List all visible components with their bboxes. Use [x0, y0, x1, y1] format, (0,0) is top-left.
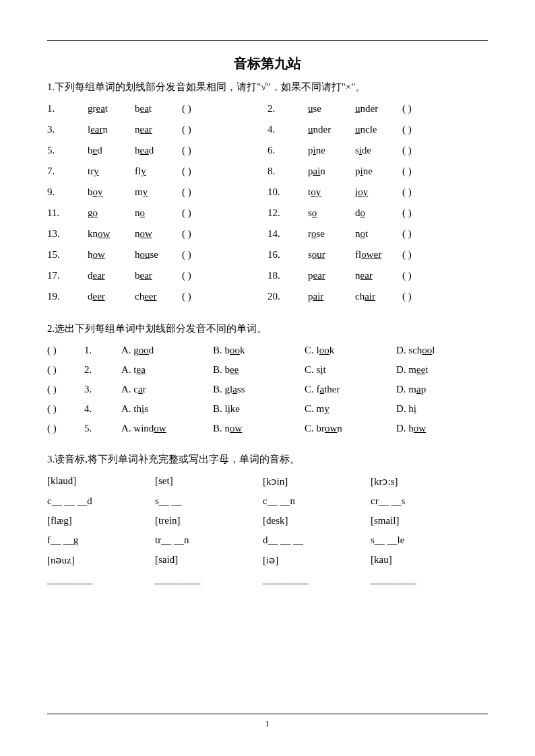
answer-paren: ( ) [182, 166, 222, 177]
sec2-row: ( )5.A. windowB. nowC. brownD. how [47, 423, 488, 434]
word1: know [88, 228, 135, 240]
answer-paren: ( ) [402, 124, 443, 135]
word2: my [135, 186, 182, 198]
word1: pine [308, 145, 355, 156]
word1: boy [88, 186, 135, 198]
sec3-row: [nəuz][said][iə][kau] [47, 554, 488, 566]
sec1-row: 17.dearbear( )18.pearnear( ) [47, 270, 488, 281]
item-number: 4. [84, 403, 121, 415]
section1-body: 1.greatbeat( )2.useunder( )3.learnnear( … [47, 103, 488, 302]
footer-rule [47, 714, 488, 714]
top-rule [47, 40, 488, 41]
sec3-cell: _________ [263, 574, 371, 586]
sec3-cell: c__ __ __d [47, 495, 155, 507]
item-number: 13. [47, 228, 88, 240]
item-number: 4. [268, 124, 308, 135]
sec3-cell: [kau] [371, 554, 478, 566]
section2: 2.选出下列每组单词中划线部分发音不同的单词。 ( )1.A. goodB. b… [47, 322, 488, 434]
word2: under [355, 103, 402, 114]
word2: bear [135, 270, 182, 281]
sec1-row: 19.deercheer( )20.pairchair( ) [47, 291, 488, 302]
answer-paren: ( ) [402, 249, 443, 261]
word1: dear [88, 270, 135, 281]
answer-paren: ( ) [402, 270, 443, 281]
sec3-cell: [set] [155, 475, 263, 487]
sec1-row: 5.bedhead( )6.pineside( ) [47, 145, 488, 156]
option: A. this [121, 403, 213, 415]
item-number: 10. [268, 186, 308, 198]
answer-paren: ( ) [47, 345, 84, 356]
sec3-cell: _________ [371, 574, 478, 586]
item-number: 20. [268, 291, 308, 302]
answer-paren: ( ) [402, 103, 443, 114]
word2: fly [135, 166, 182, 177]
page-title: 音标第九站 [47, 55, 488, 73]
word1: deer [88, 291, 135, 302]
word2: cheer [135, 291, 182, 302]
option: A. good [121, 345, 213, 356]
answer-paren: ( ) [47, 403, 84, 415]
option: C. my [305, 403, 396, 415]
answer-paren: ( ) [182, 249, 222, 261]
word1: pair [308, 291, 355, 302]
option: C. father [305, 384, 396, 395]
answer-paren: ( ) [47, 384, 84, 395]
item-number: 8. [268, 166, 308, 177]
answer-paren: ( ) [402, 166, 443, 177]
sec1-row: 11.gono( )12.sodo( ) [47, 207, 488, 219]
word2: house [135, 249, 182, 261]
sec2-row: ( )1.A. goodB. bookC. lookD. school [47, 345, 488, 356]
answer-paren: ( ) [182, 145, 222, 156]
sec1-row: 13.knownow( )14.rosenot( ) [47, 228, 488, 240]
option: D. how [396, 423, 488, 434]
answer-paren: ( ) [182, 103, 222, 114]
section2-instruction: 2.选出下列每组单词中划线部分发音不同的单词。 [47, 322, 488, 335]
page-number: 1 [265, 718, 270, 728]
section3-instruction: 3.读音标,将下列单词补充完整或写出字母，单词的音标。 [47, 453, 488, 466]
item-number: 19. [47, 291, 88, 302]
sec1-row: 7.tryfly( )8.painpine( ) [47, 166, 488, 177]
word2: head [135, 145, 182, 156]
word1: go [88, 207, 135, 219]
word2: near [135, 124, 182, 135]
word2: now [135, 228, 182, 240]
option: B. like [213, 403, 305, 415]
answer-paren: ( ) [182, 207, 222, 219]
sec1-row: 9.boymy( )10.toyjoy( ) [47, 186, 488, 198]
sec3-row: [klaud][set][kɔin][krɔ:s] [47, 475, 488, 487]
sec1-row: 1.greatbeat( )2.useunder( ) [47, 103, 488, 114]
section1-instruction: 1.下列每组单词的划线部分发音如果相同，请打"√"，如果不同请打"×"。 [47, 81, 488, 94]
item-number: 9. [47, 186, 88, 198]
item-number: 2. [84, 364, 121, 376]
answer-paren: ( ) [182, 186, 222, 198]
sec3-cell: [trein] [155, 515, 263, 526]
word2: no [135, 207, 182, 219]
sec3-cell: f__ __g [47, 535, 155, 546]
item-number: 3. [47, 124, 88, 135]
option: C. brown [305, 423, 396, 434]
sec3-cell: [kɔin] [263, 475, 371, 487]
section3: 3.读音标,将下列单词补充完整或写出字母，单词的音标。 [klaud][set]… [47, 453, 488, 586]
option: D. meet [396, 364, 488, 376]
item-number: 12. [268, 207, 308, 219]
sec3-cell: [smail] [371, 515, 478, 526]
word1: use [308, 103, 355, 114]
word1: under [308, 124, 355, 135]
item-number: 7. [47, 166, 88, 177]
sec3-cell: s__ __ [155, 495, 263, 507]
page-footer: 1 [47, 714, 488, 729]
sec3-cell: tr__ __n [155, 535, 263, 546]
answer-paren: ( ) [182, 270, 222, 281]
sec3-cell: [krɔ:s] [371, 475, 478, 487]
option: B. book [213, 345, 305, 356]
word2: do [355, 207, 402, 219]
word2: chair [355, 291, 402, 302]
word1: great [88, 103, 135, 114]
option: B. bee [213, 364, 305, 376]
sec2-row: ( )3.A. carB. glassC. fatherD. map [47, 384, 488, 395]
word2: near [355, 270, 402, 281]
answer-paren: ( ) [47, 423, 84, 434]
option: B. now [213, 423, 305, 434]
word2: uncle [355, 124, 402, 135]
item-number: 15. [47, 249, 88, 261]
